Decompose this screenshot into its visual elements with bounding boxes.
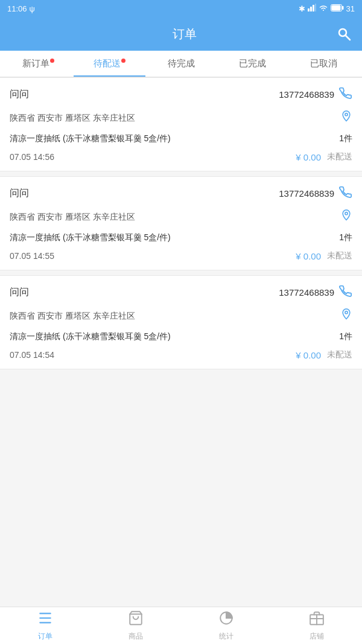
- nav-orders[interactable]: 订单: [0, 607, 91, 644]
- order-1-product: 清凉一度抽纸 (冻干冰糖雪梨银耳羹 5盒/件): [10, 133, 334, 144]
- svg-rect-2: [313, 5, 314, 11]
- order-3-product-row: 清凉一度抽纸 (冻干冰糖雪梨银耳羹 5盒/件) 1件: [10, 331, 352, 342]
- tab-bar: 新订单 待配送 待完成 已完成 已取消: [0, 51, 362, 77]
- order-3-name-phone-row: 问问 13772468839: [10, 284, 352, 301]
- order-3-time: 07.05 14:54: [10, 350, 54, 360]
- svg-point-11: [345, 311, 348, 314]
- orders-nav-icon: [37, 610, 53, 630]
- signal-icon: [308, 4, 316, 13]
- svg-point-9: [345, 113, 348, 116]
- order-3-name: 问问: [10, 286, 29, 299]
- order-3-price-status: ¥ 0.00 未配送: [296, 349, 352, 360]
- order-card-2[interactable]: 问问 13772468839 陕西省 西安市 雁塔区 东辛庄社区 清凉一度抽纸 …: [0, 176, 362, 270]
- app-header: 订单: [0, 17, 362, 51]
- svg-rect-6: [331, 5, 340, 10]
- stats-nav-icon: [218, 610, 234, 630]
- orders-nav-label: 订单: [38, 631, 52, 642]
- order-1-address: 陕西省 西安市 雁塔区 东辛庄社区: [10, 113, 135, 124]
- svg-rect-1: [310, 7, 312, 11]
- order-1-phone: 13772468839: [279, 89, 334, 100]
- svg-point-10: [345, 212, 348, 215]
- svg-rect-5: [342, 6, 344, 10]
- order-2-phone-icon[interactable]: [339, 185, 352, 202]
- order-3-phone-area: 13772468839: [279, 284, 352, 301]
- page-title: 订单: [34, 26, 335, 42]
- order-3-address: 陕西省 西安市 雁塔区 东辛庄社区: [10, 311, 135, 322]
- order-1-status: 未配送: [327, 151, 352, 162]
- order-2-phone-area: 13772468839: [279, 185, 352, 202]
- status-icons: ✱ 31: [299, 4, 355, 13]
- tab-cancelled[interactable]: 已取消: [288, 51, 360, 77]
- order-1-location-icon[interactable]: [340, 110, 352, 126]
- status-bar: 11:06 ψ ✱ 31: [0, 0, 362, 17]
- order-card-1[interactable]: 问问 13772468839 陕西省 西安市 雁塔区 东辛庄社区 清凉一度抽纸 …: [0, 77, 362, 171]
- delivering-dot: [121, 59, 125, 63]
- order-1-price-status: ¥ 0.00 未配送: [296, 151, 352, 162]
- store-nav-icon: [309, 610, 325, 630]
- nav-products[interactable]: 商品: [91, 607, 181, 644]
- order-3-address-row: 陕西省 西安市 雁塔区 东辛庄社区: [10, 308, 352, 324]
- svg-rect-3: [315, 4, 316, 11]
- order-1-phone-icon[interactable]: [339, 86, 352, 103]
- battery-level: 31: [346, 4, 355, 13]
- order-2-location-icon[interactable]: [340, 209, 352, 225]
- order-1-product-row: 清凉一度抽纸 (冻干冰糖雪梨银耳羹 5盒/件) 1件: [10, 133, 352, 144]
- order-3-location-icon[interactable]: [340, 308, 352, 324]
- products-nav-label: 商品: [129, 631, 143, 642]
- svg-rect-13: [39, 617, 51, 618]
- order-2-price-status: ¥ 0.00 未配送: [296, 250, 352, 261]
- order-1-footer: 07.05 14:56 ¥ 0.00 未配送: [10, 151, 352, 162]
- order-1-price: ¥ 0.00: [296, 152, 321, 162]
- order-1-name-phone-row: 问问 13772468839: [10, 86, 352, 103]
- order-3-phone-icon[interactable]: [339, 284, 352, 301]
- order-3-price: ¥ 0.00: [296, 350, 321, 360]
- nav-stats[interactable]: 统计: [181, 607, 272, 644]
- store-nav-label: 店铺: [310, 631, 324, 642]
- order-list: 问问 13772468839 陕西省 西安市 雁塔区 东辛庄社区 清凉一度抽纸 …: [0, 77, 362, 416]
- order-3-status: 未配送: [327, 349, 352, 360]
- order-3-phone: 13772468839: [279, 287, 334, 298]
- battery-icon: [331, 4, 344, 13]
- products-nav-icon: [128, 610, 144, 630]
- status-time: 11:06: [7, 4, 27, 13]
- order-1-qty: 1件: [339, 133, 352, 144]
- tab-pending[interactable]: 待完成: [145, 51, 217, 77]
- order-1-phone-area: 13772468839: [279, 86, 352, 103]
- tab-done[interactable]: 已完成: [217, 51, 288, 77]
- bottom-navigation: 订单 商品 统计 店铺: [0, 607, 362, 644]
- new-orders-dot: [50, 59, 54, 63]
- order-3-product: 清凉一度抽纸 (冻干冰糖雪梨银耳羹 5盒/件): [10, 331, 334, 342]
- order-2-time: 07.05 14:55: [10, 251, 54, 261]
- order-1-address-row: 陕西省 西安市 雁塔区 东辛庄社区: [10, 110, 352, 126]
- order-2-address-row: 陕西省 西安市 雁塔区 东辛庄社区: [10, 209, 352, 225]
- nav-store[interactable]: 店铺: [272, 607, 362, 644]
- order-2-footer: 07.05 14:55 ¥ 0.00 未配送: [10, 250, 352, 261]
- svg-rect-14: [39, 622, 51, 623]
- order-2-name: 问问: [10, 187, 29, 200]
- svg-rect-12: [39, 613, 51, 614]
- svg-line-8: [346, 36, 350, 40]
- tab-new-orders[interactable]: 新订单: [2, 51, 74, 77]
- status-time-area: 11:06 ψ: [7, 4, 35, 13]
- wifi-icon: [319, 4, 328, 13]
- order-card-3[interactable]: 问问 13772468839 陕西省 西安市 雁塔区 东辛庄社区 清凉一度抽纸 …: [0, 275, 362, 369]
- order-2-qty: 1件: [339, 232, 352, 243]
- tab-delivering[interactable]: 待配送: [74, 51, 145, 77]
- bluetooth-icon: ✱: [299, 4, 305, 13]
- order-2-price: ¥ 0.00: [296, 251, 321, 261]
- order-2-product-row: 清凉一度抽纸 (冻干冰糖雪梨银耳羹 5盒/件) 1件: [10, 232, 352, 243]
- status-signal-icon: ψ: [30, 4, 35, 13]
- order-2-name-phone-row: 问问 13772468839: [10, 185, 352, 202]
- order-1-name: 问问: [10, 88, 29, 101]
- svg-rect-0: [308, 8, 310, 11]
- order-3-qty: 1件: [339, 331, 352, 342]
- order-2-status: 未配送: [327, 250, 352, 261]
- order-1-time: 07.05 14:56: [10, 152, 54, 162]
- order-2-address: 陕西省 西安市 雁塔区 东辛庄社区: [10, 212, 135, 223]
- order-2-phone: 13772468839: [279, 188, 334, 199]
- order-3-footer: 07.05 14:54 ¥ 0.00 未配送: [10, 349, 352, 360]
- stats-nav-label: 统计: [219, 631, 233, 642]
- search-button[interactable]: [335, 25, 352, 42]
- order-2-product: 清凉一度抽纸 (冻干冰糖雪梨银耳羹 5盒/件): [10, 232, 334, 243]
